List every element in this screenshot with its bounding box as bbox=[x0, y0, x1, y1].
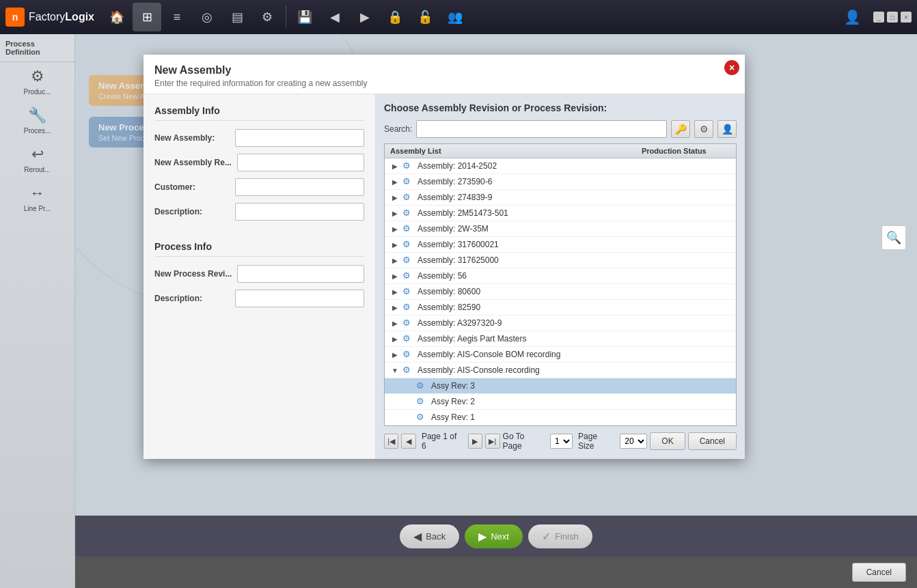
win-minimize-btn[interactable]: _ bbox=[873, 12, 884, 23]
list-item[interactable]: ▶ ⚙ Assembly: 82590 bbox=[385, 300, 736, 316]
nav-user-btn[interactable]: 👤 bbox=[838, 3, 866, 31]
nav-lock-btn[interactable]: 🔒 bbox=[381, 3, 409, 31]
assembly-icon: ⚙ bbox=[402, 239, 413, 250]
assembly-icon: ⚙ bbox=[402, 365, 413, 376]
list-item[interactable]: ▶ ⚙ Assembly: 273590-6 bbox=[385, 174, 736, 190]
first-page-btn[interactable]: |◀ bbox=[384, 434, 398, 449]
col-production-status: Production Status bbox=[642, 147, 730, 155]
nav-save-btn[interactable]: 💾 bbox=[290, 3, 319, 31]
list-item[interactable]: ▶ ⚙ Assembly: Aegis Part Masters bbox=[385, 331, 736, 347]
process-rev-input[interactable] bbox=[237, 265, 364, 283]
form-panel: Assembly Info New Assembly: New Assembly… bbox=[143, 94, 376, 459]
list-item[interactable]: ▶ ⚙ Assembly: A3297320-9 bbox=[385, 316, 736, 331]
item-name: Assy Rev: 3 bbox=[431, 381, 642, 391]
prev-page-btn[interactable]: ◀ bbox=[401, 434, 415, 449]
nav-home-btn[interactable]: 🏠 bbox=[102, 3, 131, 31]
finish-button[interactable]: ✓ Finish bbox=[528, 524, 592, 548]
list-item[interactable]: ▶ ⚙ Assembly: 317600021 bbox=[385, 237, 736, 253]
expand-icon[interactable]: ▶ bbox=[390, 255, 400, 265]
item-name: Assembly: 317625000 bbox=[418, 255, 642, 265]
expand-icon[interactable]: ▶ bbox=[390, 287, 400, 296]
list-item[interactable]: ▶ ⚙ Assembly: 2M51473-501 bbox=[385, 206, 736, 221]
list-item[interactable]: ▶ ⚙ Assembly: 80600 bbox=[385, 284, 736, 300]
list-item[interactable]: ▼ ⚙ Assembly: AIS-Console recording bbox=[385, 363, 736, 378]
logo-text: FactoryLogix bbox=[29, 11, 94, 23]
list-item[interactable]: ▶ ⚙ Assembly: AIS-Console BOM recording bbox=[385, 347, 736, 363]
expand-icon[interactable]: ▶ bbox=[390, 334, 400, 344]
back-button[interactable]: ◀ Back bbox=[400, 524, 459, 548]
next-icon: ▶ bbox=[478, 530, 487, 543]
item-name: Assembly: Aegis Part Masters bbox=[418, 334, 642, 344]
expand-icon[interactable]: ▶ bbox=[390, 271, 400, 281]
goto-select[interactable]: 1 bbox=[550, 434, 573, 449]
reroute-icon: ↩ bbox=[31, 145, 44, 163]
nav-users-btn[interactable]: 👥 bbox=[441, 3, 469, 31]
list-item[interactable]: ▶ ⚙ Assembly: 317625000 bbox=[385, 253, 736, 268]
finish-icon: ✓ bbox=[542, 530, 551, 543]
expand-icon[interactable]: ▶ bbox=[390, 318, 400, 328]
expand-icon[interactable]: ▶ bbox=[390, 240, 400, 249]
list-item[interactable]: ⚙ Assy Rev: 2 bbox=[385, 394, 736, 410]
nav-back-btn[interactable]: ◀ bbox=[320, 3, 349, 31]
nav-table-btn[interactable]: ▤ bbox=[223, 3, 251, 31]
expand-icon[interactable]: ▶ bbox=[390, 193, 400, 202]
expand-icon bbox=[404, 412, 413, 422]
win-close-btn[interactable]: × bbox=[901, 12, 912, 23]
item-name: Assembly: AIS-Console recording bbox=[418, 365, 642, 375]
assembly-rev-icon: ⚙ bbox=[416, 412, 427, 423]
win-maximize-btn[interactable]: □ bbox=[887, 12, 898, 23]
list-item[interactable]: ⚙ Assy Rev: 1 bbox=[385, 410, 736, 425]
expand-icon[interactable]: ▶ bbox=[390, 161, 400, 171]
sidebar-item-process[interactable]: 🔧 Proces... bbox=[0, 101, 74, 140]
expand-icon[interactable]: ▶ bbox=[390, 208, 400, 218]
main-cancel-button[interactable]: Cancel bbox=[852, 563, 906, 582]
dialog-actions: OK Cancel bbox=[650, 432, 737, 450]
new-assembly-dialog: × New Assembly Enter the required inform… bbox=[143, 55, 910, 459]
list-item[interactable]: ▶ ⚙ Assembly: 2W-35M bbox=[385, 221, 736, 237]
nav-layers-btn[interactable]: ≡ bbox=[163, 3, 191, 31]
ok-button[interactable]: OK bbox=[650, 432, 685, 450]
chooser-search-row: Search: 🔑 ⚙ 👤 bbox=[384, 120, 737, 138]
process-rev-label: New Process Revi... bbox=[154, 269, 232, 279]
nav-lockalt-btn[interactable]: 🔓 bbox=[411, 3, 439, 31]
process-desc-label: Description: bbox=[154, 294, 230, 303]
nav-forward-btn[interactable]: ▶ bbox=[351, 3, 379, 31]
sidebar-item-products-label: Produc... bbox=[23, 88, 51, 96]
sidebar-item-reroute[interactable]: ↩ Rerout... bbox=[0, 140, 74, 179]
expand-icon[interactable]: ▼ bbox=[390, 365, 400, 375]
list-item[interactable]: ▶ ⚙ Assembly: 2014-2502 bbox=[385, 158, 736, 174]
expand-icon[interactable]: ▶ bbox=[390, 177, 400, 186]
sidebar-item-products[interactable]: ⚙ Produc... bbox=[0, 62, 74, 101]
back-label: Back bbox=[426, 531, 446, 542]
chooser-user-btn[interactable]: 👤 bbox=[717, 120, 737, 138]
assembly-icon: ⚙ bbox=[402, 270, 413, 281]
list-item[interactable]: ▶ ⚙ Assembly: 56 bbox=[385, 268, 736, 284]
pagesize-select[interactable]: 20 bbox=[620, 434, 647, 449]
new-assembly-input[interactable] bbox=[235, 129, 364, 147]
list-item[interactable]: ▶ ⚙ Assembly: 274839-9 bbox=[385, 190, 736, 206]
next-page-btn[interactable]: ▶ bbox=[468, 434, 482, 449]
process-desc-input[interactable] bbox=[235, 290, 364, 307]
chooser-filter-btn[interactable]: 🔑 bbox=[671, 120, 690, 138]
customer-input[interactable] bbox=[235, 178, 364, 196]
cancel-button[interactable]: Cancel bbox=[688, 432, 737, 450]
dialog-close-btn[interactable]: × bbox=[724, 60, 739, 75]
description-input[interactable] bbox=[235, 203, 364, 221]
expand-icon[interactable]: ▶ bbox=[390, 303, 400, 312]
expand-icon[interactable]: ▶ bbox=[390, 350, 400, 359]
list-item-selected[interactable]: ⚙ Assy Rev: 3 bbox=[385, 378, 736, 394]
new-assembly-rev-input[interactable] bbox=[237, 154, 364, 171]
nav-grid-btn[interactable]: ⊞ bbox=[133, 3, 161, 31]
last-page-btn[interactable]: ▶| bbox=[485, 434, 499, 449]
nav-globe-btn[interactable]: ◎ bbox=[193, 3, 221, 31]
next-button[interactable]: ▶ Next bbox=[465, 524, 523, 548]
nav-settings-btn[interactable]: ⚙ bbox=[253, 3, 282, 31]
assembly-rev-icon: ⚙ bbox=[416, 396, 427, 407]
pagination-row: |◀ ◀ Page 1 of 6 ▶ ▶| Go To Page 1 bbox=[384, 432, 737, 451]
sidebar-item-linepr[interactable]: ↔ Line Pr... bbox=[0, 179, 74, 218]
chooser-settings-btn[interactable]: ⚙ bbox=[694, 120, 713, 138]
chooser-search-input[interactable] bbox=[416, 120, 667, 138]
expand-icon[interactable]: ▶ bbox=[390, 224, 400, 234]
item-name: Assembly: 2M51473-501 bbox=[418, 208, 642, 218]
products-icon: ⚙ bbox=[31, 68, 44, 85]
